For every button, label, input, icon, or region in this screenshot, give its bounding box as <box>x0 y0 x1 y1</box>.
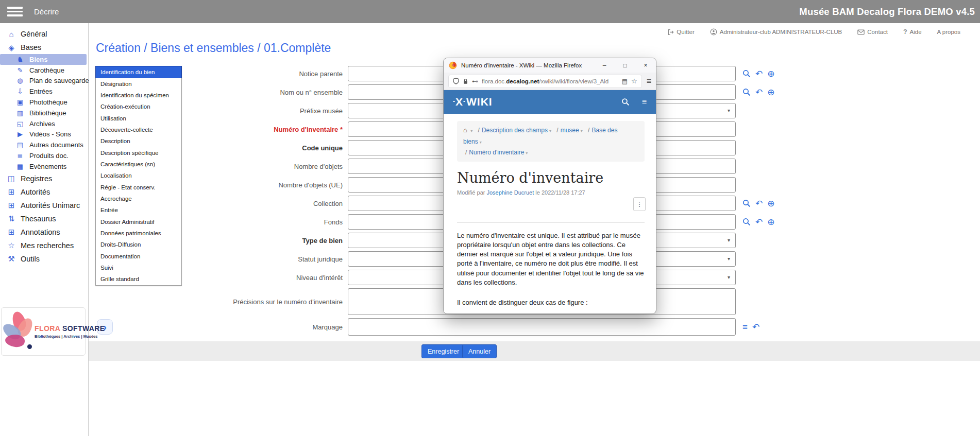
sidebar-item-bibliotheque[interactable]: ▥ Bibliothèque <box>0 108 88 118</box>
doc-stack-icon: ≣ <box>15 152 25 159</box>
chevron-down-icon[interactable]: ▾ <box>526 151 528 155</box>
sidebar-item-archives[interactable]: ◱ Archives <box>0 118 88 129</box>
help-link[interactable]: ? Aide <box>903 28 922 36</box>
add-record-icon[interactable]: ⊕ <box>767 88 774 97</box>
minimize-button[interactable]: – <box>594 58 615 73</box>
sidebar-item-evenements[interactable]: ▦ Evènements <box>0 161 88 172</box>
section-accrochage[interactable]: Accrochage <box>96 193 181 204</box>
sidebar-item-carotheque[interactable]: ✎ Carothèque <box>0 65 88 76</box>
star-icon: ☆ <box>5 241 18 249</box>
sidebar-item-label: Vidéos - Sons <box>29 130 71 138</box>
section-utilisation[interactable]: Utilisation <box>96 112 181 124</box>
dropdown-caret-icon[interactable]: ▾ <box>728 256 730 261</box>
sidebar-item-autres-documents[interactable]: ▤ Autres documents <box>0 139 88 150</box>
wiki-search-icon[interactable] <box>621 98 630 106</box>
sidebar-item-general[interactable]: ⌂ Général <box>0 27 88 41</box>
author-link[interactable]: Josephine Ducruet <box>486 189 534 196</box>
chevron-down-icon[interactable]: ▾ <box>480 140 482 145</box>
about-link[interactable]: A propos <box>937 29 960 35</box>
section-grille-standard[interactable]: Grille standard <box>96 273 181 285</box>
sidebar-item-annotations[interactable]: ⊞ Annotations <box>0 225 88 239</box>
sidebar-item-videos-sons[interactable]: ▶ Vidéos - Sons <box>0 129 88 140</box>
undo-icon[interactable]: ↶ <box>752 323 759 332</box>
list-icon[interactable]: ≡ <box>742 323 748 332</box>
section-identification-du-bien[interactable]: Identification du bien <box>96 66 181 78</box>
breadcrumb-link[interactable]: Description des champs <box>482 127 548 134</box>
section-dossier-administratif[interactable]: Dossier Administratif <box>96 216 181 227</box>
current-user-menu[interactable]: Administrateur-club ADMINISTRATEUR-CLUB <box>710 28 842 36</box>
search-icon[interactable] <box>742 218 751 226</box>
bookmark-star-icon[interactable]: ☆ <box>631 78 637 84</box>
section-designation[interactable]: Désignation <box>96 78 181 89</box>
sidebar-item-registres[interactable]: ◫ Registres <box>0 172 88 185</box>
sidebar-item-entrees[interactable]: ⇩ Entrées <box>0 86 88 97</box>
section-localisation[interactable]: Localisation <box>96 170 181 181</box>
url-bar[interactable]: ⊷ flora.doc.decalog.net/xwiki/wiki/flora… <box>448 75 642 88</box>
section-description[interactable]: Description <box>96 135 181 147</box>
field-input[interactable] <box>348 318 736 336</box>
dropdown-caret-icon[interactable]: ▾ <box>728 275 730 280</box>
section-identification-du-specimen[interactable]: Identification du spécimen <box>96 90 181 101</box>
chevron-down-icon[interactable]: ▾ <box>549 129 551 133</box>
section-documentation[interactable]: Documentation <box>96 251 181 262</box>
contact-link[interactable]: Contact <box>857 29 888 35</box>
section-donnees-patrimoniales[interactable]: Données patrimoniales <box>96 228 181 239</box>
undo-icon[interactable]: ↶ <box>755 218 763 226</box>
sidebar-item-label: Bibliothèque <box>29 109 66 117</box>
dropdown-caret-icon[interactable]: ▾ <box>728 238 730 243</box>
sidebar-item-thesaurus[interactable]: ⇅ Thesaurus <box>0 212 88 225</box>
undo-icon[interactable]: ↶ <box>755 199 763 208</box>
open-book-icon: ⊞ <box>5 188 18 196</box>
more-actions-button[interactable]: ⋮ <box>633 197 646 211</box>
section-label: Création-exécution <box>100 103 150 110</box>
sidebar-item-phototheque[interactable]: ▣ Photothèque <box>0 97 88 108</box>
sidebar-item-biens[interactable]: ♞ Biens <box>0 54 87 65</box>
sidebar-item-mes-recherches[interactable]: ☆ Mes recherches <box>0 239 88 252</box>
xwiki-logo[interactable]: XWIKI <box>453 96 493 108</box>
sidebar-item-bases[interactable]: ◈ Bases <box>0 41 88 54</box>
archive-box-icon: ◱ <box>15 120 25 127</box>
reader-view-icon[interactable]: ▤ <box>622 78 628 84</box>
lock-icon[interactable] <box>463 78 468 84</box>
sidebar-item-autorites[interactable]: ⊞ Autorités <box>0 185 88 199</box>
add-record-icon[interactable]: ⊕ <box>767 218 774 226</box>
chevron-down-icon[interactable]: ▾ <box>581 129 583 133</box>
breadcrumb-link-current[interactable]: Numéro d'inventaire <box>469 149 524 156</box>
search-icon[interactable] <box>742 88 751 96</box>
cancel-button[interactable]: Annuler <box>462 344 497 358</box>
maximize-button[interactable]: □ <box>615 58 635 73</box>
section-droits-diffusion[interactable]: Droits-Diffusion <box>96 239 181 250</box>
home-icon[interactable]: ⌂ <box>463 126 467 134</box>
section-description-specifique[interactable]: Description spécifique <box>96 147 181 158</box>
section-decouverte-collecte[interactable]: Découverte-collecte <box>96 124 181 135</box>
save-button[interactable]: Enregistrer <box>421 344 465 358</box>
section-entree[interactable]: Entrée <box>96 204 181 216</box>
search-icon[interactable] <box>742 69 751 78</box>
search-icon[interactable] <box>742 199 751 207</box>
section-regie-etat-conserv[interactable]: Régie - Etat conserv. <box>96 181 181 193</box>
wrench-icon: ⚒ <box>5 255 18 263</box>
sidebar-item-produits-doc[interactable]: ≣ Produits doc. <box>0 150 88 161</box>
section-label: Suivi <box>100 265 113 271</box>
add-record-icon[interactable]: ⊕ <box>767 69 774 78</box>
quit-button[interactable]: Quitter <box>667 29 695 36</box>
sidebar-item-plan-de-sauvegarde[interactable]: ◍ Plan de sauvegarde <box>0 76 88 86</box>
section-suivi[interactable]: Suivi <box>96 262 181 273</box>
add-record-icon[interactable]: ⊕ <box>767 199 774 208</box>
sidebar-item-outils[interactable]: ⚒ Outils <box>0 252 88 266</box>
shield-icon[interactable] <box>453 78 459 84</box>
browser-menu-icon[interactable]: ≡ <box>647 77 651 86</box>
close-button[interactable]: × <box>635 58 656 73</box>
permissions-icon[interactable]: ⊷ <box>472 78 478 84</box>
breadcrumb-link[interactable]: musee <box>561 127 579 134</box>
wiki-menu-icon[interactable]: ≡ <box>642 98 647 106</box>
hamburger-menu-icon[interactable] <box>7 7 23 16</box>
undo-icon[interactable]: ↶ <box>755 88 763 97</box>
chevron-down-icon[interactable]: ▾ <box>470 129 472 133</box>
sidebar-item-autorites-unimarc[interactable]: ⊞ Autorités Unimarc <box>0 199 88 212</box>
browser-toolbar: ⊷ flora.doc.decalog.net/xwiki/wiki/flora… <box>444 73 656 90</box>
section-caracteristiques-sn[interactable]: Caractéristiques (sn) <box>96 159 181 170</box>
undo-icon[interactable]: ↶ <box>755 69 763 78</box>
section-creation-execution[interactable]: Création-exécution <box>96 101 181 112</box>
dropdown-caret-icon[interactable]: ▾ <box>728 108 730 113</box>
